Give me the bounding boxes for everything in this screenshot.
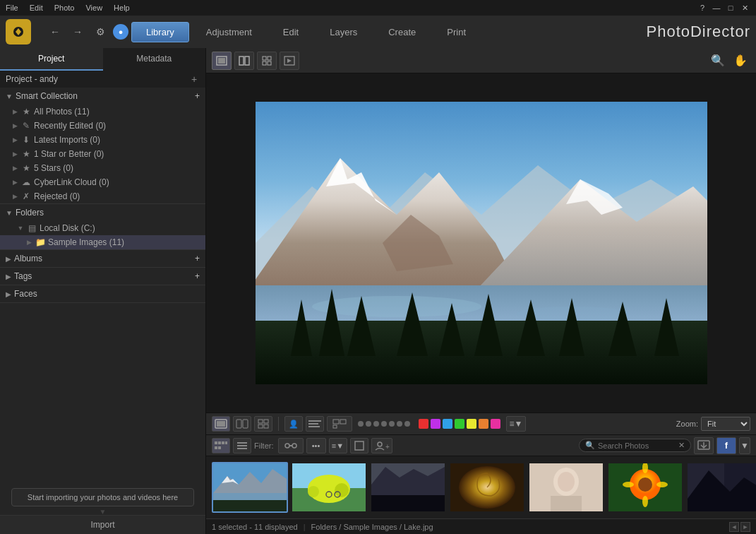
zoom-select[interactable]: Fit 25% 50% 75% 100% 200% — [701, 417, 750, 431]
dot-4[interactable] — [381, 421, 387, 427]
filter-more-btn[interactable]: ••• — [306, 438, 326, 453]
expand-icon: ▶ — [11, 108, 18, 115]
folders-header[interactable]: ▼ Folders — [0, 204, 205, 221]
color-pink[interactable] — [491, 419, 500, 429]
clear-search-button[interactable]: ✕ — [678, 441, 685, 450]
menu-file[interactable]: File — [6, 4, 18, 12]
dot-6[interactable] — [397, 421, 402, 427]
scroll-left-btn[interactable]: ◄ — [729, 522, 739, 532]
add-tag-button[interactable]: + — [195, 271, 200, 281]
smart-collection-header[interactable]: ▼ Smart Collection + — [0, 88, 205, 105]
tab-edit[interactable]: Edit — [269, 23, 313, 42]
close-button[interactable]: ✕ — [739, 2, 750, 13]
add-project-button[interactable]: + — [188, 73, 200, 85]
thumb-svg-4 — [450, 463, 524, 511]
menu-view[interactable]: View — [85, 4, 102, 12]
sidebar-tree: ▼ Smart Collection + ▶ ★ All Photos (11)… — [0, 88, 205, 480]
svg-rect-49 — [225, 441, 227, 444]
mask-btn[interactable] — [350, 438, 368, 453]
filmstrip-split-view[interactable] — [233, 416, 251, 432]
import-button[interactable]: Import — [0, 515, 205, 534]
view-grid-btn[interactable] — [257, 52, 277, 70]
svg-rect-38 — [258, 425, 263, 428]
faces-header[interactable]: ▶ Faces — [0, 285, 205, 302]
albums-header[interactable]: ▶ Albums + — [0, 250, 205, 267]
sidebar-item-latest-imports[interactable]: ▶ ⬇ Latest Imports (0) — [0, 133, 205, 147]
thumbnail-1[interactable] — [212, 462, 288, 513]
menu-edit[interactable]: Edit — [30, 4, 43, 12]
view-swap-btn[interactable] — [280, 52, 299, 70]
color-green[interactable] — [455, 419, 464, 429]
thumbnail-5[interactable] — [528, 462, 604, 513]
view-compare-btn[interactable] — [234, 52, 254, 70]
view-single-btn[interactable] — [212, 52, 232, 70]
tab-layers[interactable]: Layers — [316, 23, 371, 42]
svg-rect-48 — [222, 441, 224, 444]
sort-button[interactable]: ≡▼ — [506, 416, 526, 432]
color-purple[interactable] — [431, 419, 440, 429]
thumbnail-7[interactable] — [686, 462, 756, 513]
settings-button[interactable]: ⚙ — [90, 22, 110, 42]
menu-help[interactable]: Help — [114, 4, 130, 12]
thumbnail-4[interactable] — [449, 462, 525, 513]
sidebar-item-recently-edited[interactable]: ▶ ✎ Recently Edited (0) — [0, 119, 205, 133]
person-filter-btn[interactable]: 👤 — [284, 416, 303, 432]
scroll-right-btn[interactable]: ► — [740, 522, 750, 532]
redo-button[interactable]: → — [68, 22, 88, 42]
zoom-magnify-button[interactable]: 🔍 — [708, 52, 728, 70]
filmstrip-single-view[interactable] — [212, 416, 230, 432]
mountain-svg — [256, 102, 707, 384]
sort-order-btn[interactable]: ≡▼ — [329, 438, 347, 453]
tab-adjustment[interactable]: Adjustment — [192, 23, 266, 42]
metadata-btn[interactable] — [306, 416, 324, 432]
facebook-btn[interactable]: f — [716, 437, 736, 454]
thumbnail-2[interactable] — [291, 462, 367, 513]
dot-3[interactable] — [373, 421, 379, 427]
tab-library[interactable]: Library — [131, 22, 189, 42]
dot-5[interactable] — [389, 421, 395, 427]
sidebar-item-sample-images[interactable]: ▶ 📁 Sample Images (11) — [0, 235, 205, 249]
dot-1[interactable] — [358, 421, 364, 427]
sidebar-item-rejected[interactable]: ▶ ✗ Rejected (0) — [0, 189, 205, 203]
add-smart-collection-button[interactable]: + — [195, 91, 200, 101]
tab-create[interactable]: Create — [374, 23, 430, 42]
sidebar-tab-metadata[interactable]: Metadata — [103, 48, 206, 71]
sidebar-item-cloud[interactable]: ▶ ☁ CyberLink Cloud (0) — [0, 175, 205, 189]
menu-photo[interactable]: Photo — [54, 4, 75, 12]
thumb-view-btn[interactable] — [212, 438, 230, 453]
profile-button[interactable]: ● — [113, 24, 128, 40]
minimize-button[interactable]: — — [711, 2, 722, 13]
thumbnail-6[interactable] — [607, 462, 683, 513]
list-view-btn[interactable] — [233, 438, 251, 453]
maximize-button[interactable]: □ — [725, 2, 736, 13]
dot-2[interactable] — [366, 421, 371, 427]
sidebar-item-five-stars[interactable]: ▶ ★ 5 Stars (0) — [0, 161, 205, 175]
tags-header[interactable]: ▶ Tags + — [0, 268, 205, 285]
help-button[interactable]: ? — [697, 2, 708, 13]
svg-rect-53 — [237, 445, 247, 446]
color-yellow[interactable] — [467, 419, 476, 429]
dot-7[interactable] — [404, 421, 410, 427]
search-input[interactable] — [598, 441, 676, 450]
color-red[interactable] — [419, 419, 428, 429]
share-dropdown-btn[interactable]: ▼ — [739, 437, 750, 454]
filter-all-btn[interactable] — [278, 438, 304, 453]
add-album-button[interactable]: + — [195, 254, 200, 263]
add-person-btn[interactable]: + — [371, 438, 392, 453]
sidebar-tab-project[interactable]: Project — [0, 48, 103, 71]
thumb-image-7 — [688, 463, 756, 511]
import-media-btn[interactable] — [694, 437, 714, 454]
filmstrip-grid-view[interactable] — [254, 416, 272, 432]
sidebar-item-local-disk[interactable]: ▼ ▤ Local Disk (C:) — [0, 221, 205, 235]
color-orange[interactable] — [479, 419, 488, 429]
tab-print[interactable]: Print — [433, 23, 480, 42]
undo-button[interactable]: ← — [45, 22, 65, 42]
sidebar-item-all-photos[interactable]: ▶ ★ All Photos (11) — [0, 105, 205, 119]
color-blue[interactable] — [443, 419, 452, 429]
recently-edited-label: Recently Edited (0) — [34, 121, 106, 131]
sidebar-item-one-star[interactable]: ▶ ★ 1 Star or Better (0) — [0, 147, 205, 161]
thumb-image-1 — [213, 463, 287, 511]
thumbnail-3[interactable] — [370, 462, 446, 513]
pan-hand-button[interactable]: ✋ — [731, 52, 750, 70]
count-display[interactable] — [327, 416, 352, 432]
